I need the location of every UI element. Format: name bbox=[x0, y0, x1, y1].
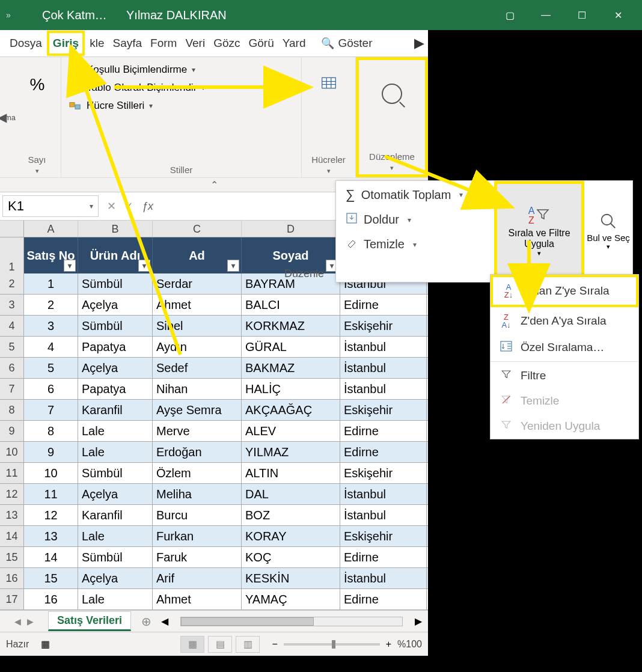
tab-gorunum[interactable]: Görü bbox=[245, 33, 278, 53]
chevron-down-icon[interactable]: ▾ bbox=[408, 216, 411, 224]
th-ad[interactable]: Ad▾ bbox=[153, 237, 242, 273]
cell[interactable]: Meliha bbox=[153, 484, 242, 504]
sort-z-to-a-item[interactable]: ZA↓ Z'den A'ya Sırala bbox=[491, 307, 638, 335]
cell[interactable]: İstanbul bbox=[340, 337, 427, 357]
cell[interactable]: Burcu bbox=[153, 505, 242, 525]
cell[interactable]: İstanbul bbox=[340, 568, 427, 588]
filter-dropdown-icon[interactable]: ▾ bbox=[64, 260, 76, 272]
table-row[interactable]: 32AçelyaAhmetBALCIEdirne bbox=[0, 295, 428, 316]
table-row[interactable]: 76PapatyaNihanHALİÇİstanbul bbox=[0, 379, 428, 400]
col-header-D[interactable]: D bbox=[242, 221, 340, 237]
ribbon-overflow-right-icon[interactable]: ▶ bbox=[411, 35, 428, 51]
cell[interactable]: 1 bbox=[24, 273, 78, 294]
cell[interactable]: Faruk bbox=[153, 547, 242, 567]
table-row[interactable]: 1615AçelyaArifKESKİNİstanbul bbox=[0, 568, 428, 589]
cell[interactable]: İstanbul bbox=[340, 358, 427, 378]
horizontal-scrollbar[interactable]: ◀ ▶ bbox=[155, 615, 428, 627]
format-as-table-button[interactable]: Tablo Olarak Biçimlendir ▾ bbox=[67, 79, 295, 97]
scroll-left-icon[interactable]: ◀ bbox=[161, 615, 168, 627]
table-row[interactable]: 54PapatyaAydınGÜRALİstanbul bbox=[0, 337, 428, 358]
cell[interactable]: 5 bbox=[24, 358, 78, 378]
row-header-1[interactable]: 1 bbox=[0, 237, 24, 273]
row-header[interactable]: 3 bbox=[0, 295, 24, 315]
cell[interactable]: Açelya bbox=[78, 295, 153, 315]
row-header[interactable]: 17 bbox=[0, 589, 24, 609]
cell[interactable]: Nihan bbox=[153, 379, 242, 399]
tab-veri[interactable]: Veri bbox=[182, 33, 209, 53]
cell[interactable]: Lale bbox=[78, 589, 153, 609]
row-header[interactable]: 6 bbox=[0, 358, 24, 378]
scroll-right-icon[interactable]: ▶ bbox=[415, 615, 422, 627]
cell[interactable]: Sibel bbox=[153, 316, 242, 336]
enter-formula-icon[interactable]: ✓ bbox=[124, 200, 133, 213]
cell[interactable]: Sümbül bbox=[78, 273, 153, 294]
editing-button[interactable] bbox=[365, 64, 419, 124]
row-header[interactable]: 7 bbox=[0, 379, 24, 399]
sheet-tab-active[interactable]: Satış Verileri bbox=[48, 611, 131, 631]
cancel-formula-icon[interactable]: ✕ bbox=[107, 200, 116, 213]
chevron-down-icon[interactable]: ▾ bbox=[459, 191, 463, 199]
sort-filter-button[interactable]: AZ Sırala ve Filtre Uygula ▾ bbox=[494, 181, 584, 282]
row-header[interactable]: 5 bbox=[0, 337, 24, 357]
table-row[interactable]: 87KaranfilAyşe SemraAKÇAAĞAÇEskişehir bbox=[0, 400, 428, 421]
cell[interactable]: DAL bbox=[242, 484, 340, 504]
cell[interactable]: Edirne bbox=[340, 295, 427, 315]
row-header[interactable]: 8 bbox=[0, 400, 24, 420]
tab-gozden-gecir[interactable]: Gözc bbox=[210, 33, 243, 53]
close-button[interactable]: ✕ bbox=[600, 0, 636, 30]
chevron-down-icon[interactable]: ▾ bbox=[413, 240, 417, 249]
user-name[interactable]: Yılmaz DALKIRAN bbox=[126, 8, 227, 22]
cell[interactable]: Ahmet bbox=[153, 295, 242, 315]
new-sheet-button[interactable]: ⊕ bbox=[137, 612, 155, 631]
cell[interactable]: KESKİN bbox=[242, 568, 340, 588]
table-row[interactable]: 1211AçelyaMelihaDALİstanbul bbox=[0, 484, 428, 505]
table-row[interactable]: 65AçelyaSedefBAKMAZİstanbul bbox=[0, 358, 428, 379]
ribbon-display-options-icon[interactable]: ▢ bbox=[492, 0, 528, 30]
sheet-nav-prev-icon[interactable]: ◀ bbox=[14, 617, 21, 626]
cell[interactable]: 11 bbox=[24, 484, 78, 504]
cell[interactable]: Lale bbox=[78, 442, 153, 462]
tab-yardim[interactable]: Yard bbox=[279, 33, 310, 53]
cell[interactable]: 13 bbox=[24, 526, 78, 546]
cell[interactable]: 7 bbox=[24, 400, 78, 420]
cell[interactable]: İstanbul bbox=[340, 379, 427, 399]
cell[interactable]: 9 bbox=[24, 442, 78, 462]
tell-me-search[interactable]: 🔍 Göster bbox=[317, 33, 376, 53]
cell[interactable]: KORAY bbox=[242, 526, 340, 546]
cell[interactable]: 10 bbox=[24, 463, 78, 483]
cell[interactable]: Erdoğan bbox=[153, 442, 242, 462]
cell[interactable]: Papatya bbox=[78, 337, 153, 357]
row-header[interactable]: 16 bbox=[0, 568, 24, 588]
cell[interactable]: Eskişehir bbox=[340, 463, 427, 483]
table-row[interactable]: 1716LaleAhmetYAMAÇEdirne bbox=[0, 589, 428, 610]
cell[interactable]: İstanbul bbox=[340, 484, 427, 504]
record-macro-icon[interactable]: ▦ bbox=[41, 638, 50, 650]
cell[interactable]: Papatya bbox=[78, 379, 153, 399]
zoom-out-button[interactable]: − bbox=[272, 639, 277, 650]
table-row[interactable]: 43SümbülSibelKORKMAZEskişehir bbox=[0, 316, 428, 337]
cell[interactable]: İstanbul bbox=[340, 505, 427, 525]
row-header[interactable]: 4 bbox=[0, 316, 24, 336]
cell[interactable]: Sümbül bbox=[78, 547, 153, 567]
normal-view-button[interactable]: ▦ bbox=[180, 636, 204, 653]
table-row[interactable]: 1514SümbülFarukKOÇEdirne bbox=[0, 547, 428, 568]
cell[interactable]: Açelya bbox=[78, 484, 153, 504]
zoom-level[interactable]: %100 bbox=[397, 639, 422, 650]
row-header[interactable]: 2 bbox=[0, 273, 24, 294]
cell[interactable]: 6 bbox=[24, 379, 78, 399]
cell[interactable]: Merve bbox=[153, 421, 242, 441]
row-header[interactable]: 11 bbox=[0, 463, 24, 483]
tab-formuller[interactable]: Form bbox=[147, 33, 180, 53]
cell[interactable]: Karanfil bbox=[78, 505, 153, 525]
percent-style-button[interactable]: % bbox=[19, 61, 55, 109]
cell[interactable]: BOZ bbox=[242, 505, 340, 525]
cell[interactable]: Açelya bbox=[78, 358, 153, 378]
cell[interactable]: Edirne bbox=[340, 589, 427, 609]
sort-a-to-z-item[interactable]: AZ↓ A'dan Z'ye Sırala bbox=[491, 275, 638, 307]
cell[interactable]: BAKMAZ bbox=[242, 358, 340, 378]
table-row[interactable]: 98LaleMerveALEVEdirne bbox=[0, 421, 428, 442]
cell[interactable]: Serdar bbox=[153, 273, 242, 294]
table-row[interactable]: 1110SümbülÖzlemALTINEskişehir bbox=[0, 463, 428, 484]
cell[interactable]: Edirne bbox=[340, 421, 427, 441]
page-layout-view-button[interactable]: ▤ bbox=[208, 636, 232, 653]
